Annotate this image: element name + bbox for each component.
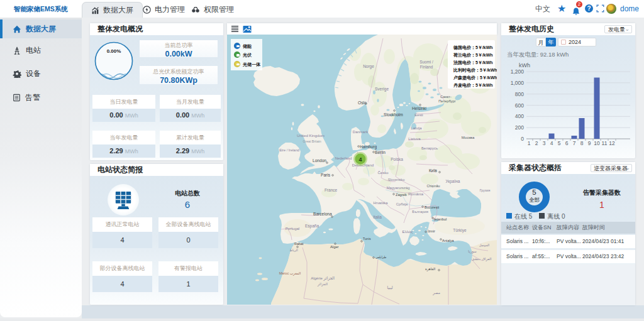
- svg-text:7: 7: [573, 140, 576, 146]
- svg-text:kWh: kWh: [519, 62, 530, 68]
- svg-text:Hamburg: Hamburg: [360, 144, 377, 150]
- svg-text:Latvija: Latvija: [411, 126, 422, 130]
- svg-text:Oslo: Oslo: [358, 101, 367, 105]
- svg-text:800: 800: [515, 91, 524, 97]
- svg-text:5: 5: [532, 188, 536, 196]
- svg-text:1,200: 1,200: [511, 68, 525, 75]
- svg-text:ليبيا: ليبيا: [387, 286, 392, 290]
- svg-text:Stockholm: Stockholm: [384, 112, 403, 117]
- svg-text:Antalya: Antalya: [442, 239, 455, 242]
- svg-text:Петербург: Петербург: [438, 99, 456, 103]
- svg-text:11: 11: [602, 140, 608, 146]
- svg-text:Chișinău: Chișinău: [427, 184, 440, 188]
- svg-text:العراق: العراق: [482, 257, 492, 261]
- svg-text:0: 0: [521, 136, 524, 142]
- svg-text:Magyarország: Magyarország: [387, 186, 410, 190]
- svg-text:4: 4: [550, 140, 553, 146]
- svg-text:Москва: Москва: [462, 136, 475, 139]
- svg-text:İzmir: İzmir: [428, 229, 435, 233]
- svg-text:4: 4: [358, 156, 362, 163]
- svg-text:Србија: Србија: [396, 202, 408, 206]
- svg-text:France: France: [325, 188, 338, 192]
- svg-text:Istanbul: Istanbul: [434, 217, 447, 221]
- svg-text:200: 200: [515, 124, 524, 131]
- svg-text:3: 3: [543, 140, 546, 146]
- svg-text:United Kingdom: United Kingdom: [297, 133, 325, 138]
- svg-text:Rabat: Rabat: [294, 242, 304, 246]
- svg-text:طرابلس: طرابلس: [375, 255, 387, 259]
- svg-text:Portugal: Portugal: [286, 227, 299, 231]
- svg-text:Sverige: Sverige: [375, 87, 389, 92]
- svg-text:600: 600: [515, 102, 524, 109]
- svg-text:Lietuva: Lietuva: [408, 137, 421, 141]
- svg-text:Zagreb: Zagreb: [396, 193, 407, 197]
- svg-text:Helsinki: Helsinki: [412, 106, 427, 111]
- svg-text:Nederland: Nederland: [335, 156, 352, 160]
- svg-text:2: 2: [535, 140, 538, 146]
- svg-text:London: London: [313, 158, 326, 163]
- svg-text:Türkiye: Türkiye: [453, 228, 467, 233]
- svg-text:Hrvatska: Hrvatska: [374, 201, 389, 205]
- svg-text:Finland: Finland: [420, 65, 433, 69]
- svg-text:București: București: [425, 205, 439, 209]
- svg-text:Грузия: Грузия: [480, 188, 491, 192]
- svg-text:8: 8: [580, 140, 584, 146]
- svg-text:Eesti: Eesti: [414, 113, 423, 117]
- svg-text:Berlin: Berlin: [375, 150, 386, 155]
- svg-text:Ελλάς: Ελλάς: [402, 229, 413, 234]
- svg-text:10: 10: [594, 140, 600, 146]
- svg-text:Slovensko: Slovensko: [388, 178, 405, 182]
- svg-text:دمشق: دمشق: [472, 257, 480, 261]
- svg-text:1,000: 1,000: [511, 80, 525, 86]
- svg-text:الجزائر: الجزائر: [317, 282, 328, 286]
- svg-text:Eire / Ireland: Eire / Ireland: [279, 148, 299, 152]
- svg-text:Санкт-: Санкт-: [440, 95, 452, 99]
- svg-text:12: 12: [609, 140, 615, 146]
- svg-text:Italia: Italia: [373, 215, 382, 219]
- svg-text:9: 9: [588, 140, 591, 146]
- svg-text:Україна: Україна: [446, 179, 460, 184]
- svg-text:5: 5: [558, 140, 561, 146]
- svg-text:România: România: [408, 192, 424, 196]
- svg-text:España: España: [305, 224, 319, 229]
- svg-text:الرباط: الرباط: [289, 248, 297, 252]
- svg-text:Maroc المغرب: Maroc المغرب: [279, 271, 301, 276]
- svg-text:1: 1: [528, 140, 531, 146]
- svg-text:Tunis: Tunis: [363, 237, 371, 241]
- svg-text:Polska: Polska: [391, 157, 403, 161]
- svg-text:القاهرة: القاهرة: [425, 267, 435, 271]
- svg-text:Alger: Alger: [330, 245, 339, 249]
- svg-text:Київ: Київ: [429, 168, 437, 173]
- svg-text:Paris: Paris: [321, 173, 331, 177]
- svg-text:Algérie الجزائر: Algérie الجزائر: [311, 276, 335, 281]
- svg-text:400: 400: [515, 113, 524, 119]
- svg-text:الموصل: الموصل: [479, 243, 489, 247]
- svg-text:Danmark: Danmark: [353, 130, 369, 134]
- svg-text:Беларусь: Беларусь: [421, 146, 438, 150]
- svg-text:Suomi /: Suomi /: [419, 60, 433, 64]
- svg-text:Great Britain: Great Britain: [303, 139, 321, 143]
- svg-text:6: 6: [565, 140, 569, 146]
- svg-text:0.00%: 0.00%: [107, 48, 121, 54]
- svg-text:مصر: مصر: [432, 291, 440, 295]
- svg-text:سوريا: سوريا: [468, 249, 477, 254]
- svg-text:全部: 全部: [529, 197, 540, 203]
- svg-text:Česko: Česko: [377, 171, 389, 175]
- svg-text:Barcelona: Barcelona: [313, 212, 332, 216]
- svg-text:Norge: Norge: [363, 64, 374, 69]
- svg-text:България: България: [412, 210, 428, 214]
